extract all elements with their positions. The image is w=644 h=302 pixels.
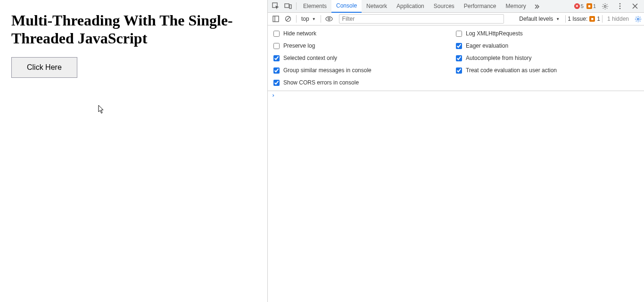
console-settings-panel: Hide networkPreserve logSelected context… bbox=[268, 25, 644, 91]
tab-network[interactable]: Network bbox=[362, 0, 392, 12]
chevron-down-icon: ▼ bbox=[556, 17, 560, 21]
setting-hide-network[interactable]: Hide network bbox=[273, 29, 456, 38]
devtools-tabstrip: ElementsConsoleNetworkApplicationSources… bbox=[268, 0, 644, 13]
hidden-count: 1 hidden bbox=[607, 16, 629, 22]
checkbox[interactable] bbox=[456, 55, 462, 61]
console-prompt-icon: › bbox=[272, 92, 275, 99]
page-title: Multi-Threading With The Single-Threaded… bbox=[11, 11, 256, 48]
separator bbox=[602, 15, 603, 23]
svg-line-10 bbox=[286, 17, 290, 21]
issue-count: 1 bbox=[597, 16, 600, 22]
svg-point-11 bbox=[326, 17, 332, 21]
issues-indicator[interactable]: 1 Issue: ■ 1 bbox=[568, 16, 600, 22]
console-settings-icon[interactable] bbox=[632, 13, 644, 25]
live-expression-icon[interactable] bbox=[323, 13, 335, 25]
svg-rect-2 bbox=[289, 5, 291, 8]
setting-label: Selected context only bbox=[283, 55, 337, 61]
setting-treat-code-evaluation-as-user-action[interactable]: Treat code evaluation as user action bbox=[456, 66, 638, 75]
tabstrip-right-cluster: ✕ 5 ■ 1 bbox=[574, 0, 644, 12]
checkbox[interactable] bbox=[456, 31, 462, 37]
errors-count: 5 bbox=[581, 3, 584, 9]
svg-point-6 bbox=[619, 8, 621, 9]
toggle-sidebar-icon[interactable] bbox=[270, 13, 282, 25]
setting-log-xmlhttprequests[interactable]: Log XMLHttpRequests bbox=[456, 29, 638, 38]
tab-memory[interactable]: Memory bbox=[501, 0, 531, 12]
separator bbox=[296, 15, 297, 23]
svg-rect-1 bbox=[285, 4, 289, 8]
tab-performance[interactable]: Performance bbox=[459, 0, 501, 12]
warning-icon: ■ bbox=[586, 3, 592, 9]
setting-eager-evaluation[interactable]: Eager evaluation bbox=[456, 42, 638, 50]
setting-label: Show CORS errors in console bbox=[283, 79, 359, 86]
svg-point-13 bbox=[637, 18, 639, 20]
filter-input[interactable] bbox=[339, 14, 504, 24]
svg-rect-7 bbox=[273, 16, 279, 22]
click-here-button[interactable]: Click Here bbox=[11, 57, 77, 78]
errors-badge[interactable]: ✕ 5 bbox=[574, 3, 584, 9]
issue-icon: ■ bbox=[589, 16, 595, 22]
device-toolbar-icon[interactable] bbox=[282, 0, 294, 12]
tab-application[interactable]: Application bbox=[392, 0, 429, 12]
webpage-viewport: Multi-Threading With The Single-Threaded… bbox=[0, 0, 267, 302]
checkbox[interactable] bbox=[273, 55, 280, 61]
execution-context-label: top bbox=[301, 16, 309, 22]
checkbox[interactable] bbox=[456, 67, 462, 74]
separator bbox=[321, 15, 321, 23]
issue-label: 1 Issue: bbox=[568, 16, 587, 22]
inspect-element-icon[interactable] bbox=[270, 0, 282, 12]
devtools-panel: ElementsConsoleNetworkApplicationSources… bbox=[267, 0, 644, 302]
setting-label: Treat code evaluation as user action bbox=[466, 67, 557, 74]
console-toolbar: top ▼ Default levels ▼ 1 Issue: ■ 1 1 hi… bbox=[268, 13, 644, 25]
warnings-count: 1 bbox=[593, 3, 596, 9]
error-icon: ✕ bbox=[574, 3, 580, 9]
setting-label: Log XMLHttpRequests bbox=[466, 30, 523, 37]
separator bbox=[296, 2, 297, 10]
tab-console[interactable]: Console bbox=[331, 0, 362, 13]
setting-preserve-log[interactable]: Preserve log bbox=[273, 42, 456, 50]
setting-label: Autocomplete from history bbox=[466, 55, 531, 61]
setting-show-cors-errors-in-console[interactable]: Show CORS errors in console bbox=[273, 78, 456, 87]
settings-column-right: Log XMLHttpRequestsEager evaluationAutoc… bbox=[456, 29, 638, 87]
svg-point-5 bbox=[619, 6, 621, 7]
setting-autocomplete-from-history[interactable]: Autocomplete from history bbox=[456, 54, 638, 62]
clear-console-icon[interactable] bbox=[282, 13, 294, 25]
execution-context-selector[interactable]: top ▼ bbox=[298, 16, 319, 22]
setting-label: Hide network bbox=[283, 30, 316, 37]
setting-label: Group similar messages in console bbox=[283, 67, 372, 74]
svg-point-3 bbox=[604, 5, 606, 7]
settings-gear-icon[interactable] bbox=[599, 0, 611, 12]
more-tabs-icon[interactable] bbox=[531, 0, 543, 12]
setting-selected-context-only[interactable]: Selected context only bbox=[273, 54, 456, 62]
chevron-down-icon: ▼ bbox=[312, 17, 316, 21]
console-output[interactable]: › bbox=[268, 91, 644, 302]
tab-elements[interactable]: Elements bbox=[298, 0, 331, 12]
tab-sources[interactable]: Sources bbox=[429, 0, 459, 12]
setting-label: Eager evaluation bbox=[466, 42, 508, 49]
levels-label: Default levels bbox=[519, 16, 553, 22]
log-levels-selector[interactable]: Default levels ▼ bbox=[519, 16, 563, 22]
checkbox[interactable] bbox=[273, 80, 280, 86]
checkbox[interactable] bbox=[273, 31, 280, 37]
checkbox[interactable] bbox=[273, 67, 280, 74]
setting-label: Preserve log bbox=[283, 42, 315, 49]
warnings-badge[interactable]: ■ 1 bbox=[586, 3, 596, 9]
svg-point-4 bbox=[619, 3, 621, 5]
kebab-menu-icon[interactable] bbox=[614, 0, 626, 12]
setting-group-similar-messages-in-console[interactable]: Group similar messages in console bbox=[273, 66, 456, 75]
separator bbox=[565, 15, 566, 23]
checkbox[interactable] bbox=[273, 43, 280, 49]
svg-point-12 bbox=[328, 18, 330, 20]
settings-column-left: Hide networkPreserve logSelected context… bbox=[273, 29, 456, 87]
checkbox[interactable] bbox=[456, 43, 462, 49]
close-devtools-icon[interactable] bbox=[629, 0, 641, 12]
